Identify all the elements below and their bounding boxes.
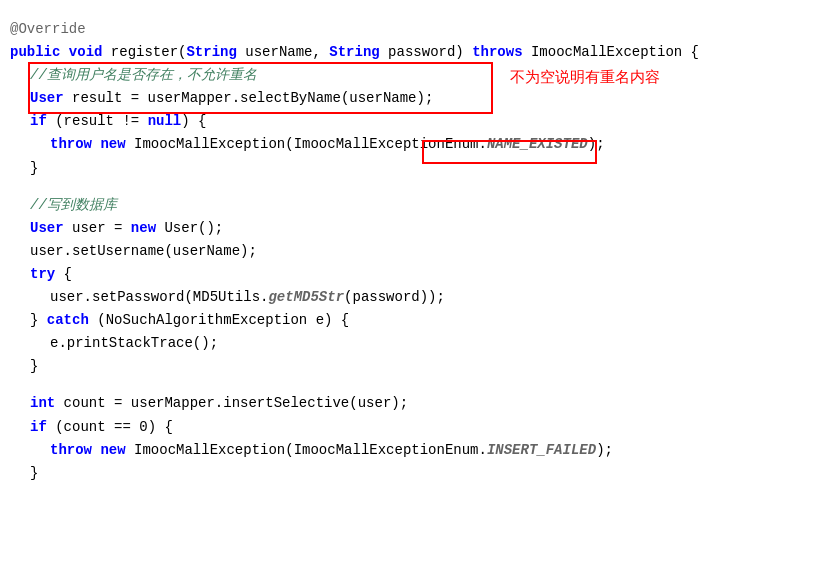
- line-annotation: @Override: [10, 18, 820, 41]
- kw-throw: throw: [50, 133, 92, 156]
- kw-throws: throws: [472, 41, 522, 64]
- type-string1: String: [186, 41, 236, 64]
- method-selectbyname: selectByName: [240, 87, 341, 110]
- line-print: e. printStackTrace ();: [10, 332, 820, 355]
- method-insertselective: insertSelective: [223, 392, 349, 415]
- line-throw-insert: throw new ImoocMallException(ImoocMallEx…: [10, 439, 820, 462]
- kw-new2: new: [131, 217, 156, 240]
- type-string2: String: [329, 41, 379, 64]
- annotation-text: @Override: [10, 18, 86, 41]
- line-catch: } catch (NoSuchAlgorithmException e) {: [10, 309, 820, 332]
- method-setusername: setUsername: [72, 240, 164, 263]
- line-close-try: }: [10, 355, 820, 378]
- line-comment-query: //查询用户名是否存在，不允许重名: [10, 64, 820, 87]
- line-try: try {: [10, 263, 820, 286]
- line-user-new: User user = new User();: [10, 217, 820, 240]
- kw-throw2: throw: [50, 439, 92, 462]
- type-user2: User: [30, 217, 64, 240]
- line-user-result: User result = userMapper. selectByName (…: [10, 87, 820, 110]
- spacer-2: [10, 378, 820, 392]
- method-setpassword: setPassword: [92, 286, 184, 309]
- enum-insert-failed: INSERT_FAILED: [487, 439, 596, 462]
- line-if-count: if (count == 0) {: [10, 416, 820, 439]
- annotation-label-text: 不为空说明有重名内容: [510, 65, 660, 90]
- comment-db-text: //写到数据库: [30, 194, 117, 217]
- line-method-sig: public void register( String userName, S…: [10, 41, 820, 64]
- line-set-password: user. setPassword (MD5Utils. getMD5Str (…: [10, 286, 820, 309]
- line-set-username: user. setUsername (userName);: [10, 240, 820, 263]
- line-count: int count = userMapper. insertSelective …: [10, 392, 820, 415]
- kw-null: null: [148, 110, 182, 133]
- method-getmd5str: getMD5Str: [268, 286, 344, 309]
- spacer-1: [10, 180, 820, 194]
- type-user: User: [30, 87, 64, 110]
- kw-void: void: [69, 41, 103, 64]
- kw-if2: if: [30, 416, 47, 439]
- line-close-final: }: [10, 462, 820, 485]
- method-printstacktrace: printStackTrace: [67, 332, 193, 355]
- kw-try: try: [30, 263, 55, 286]
- line-throw-name: throw new ImoocMallException(ImoocMallEx…: [10, 133, 820, 156]
- kw-public: public: [10, 41, 60, 64]
- enum-name-existed: NAME_EXISTED: [487, 133, 588, 156]
- comment-query-text: //查询用户名是否存在，不允许重名: [30, 64, 257, 87]
- line-comment-db: //写到数据库: [10, 194, 820, 217]
- line-if-result: if (result != null ) {: [10, 110, 820, 133]
- kw-new: new: [100, 133, 125, 156]
- kw-if: if: [30, 110, 47, 133]
- kw-catch: catch: [47, 309, 89, 332]
- line-close-if: }: [10, 157, 820, 180]
- kw-new3: new: [100, 439, 125, 462]
- kw-int: int: [30, 392, 55, 415]
- code-editor: @Override public void register( String u…: [0, 10, 830, 493]
